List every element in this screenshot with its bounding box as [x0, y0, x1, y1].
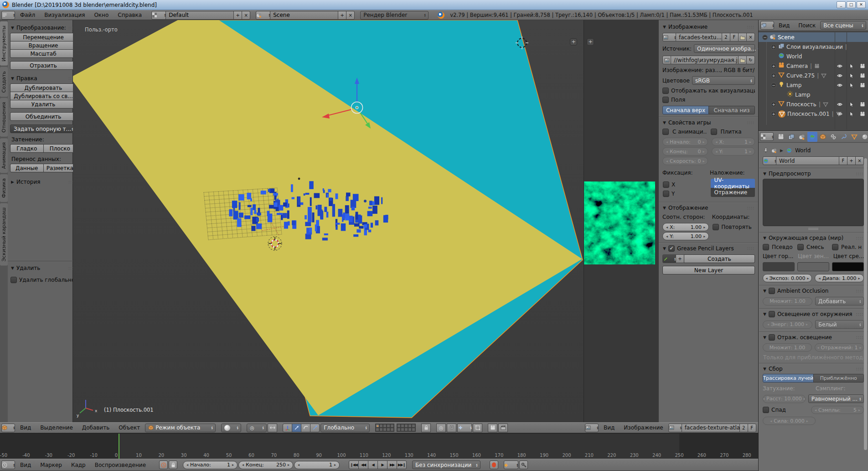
duplicate-button[interactable]: Дублировать: [10, 83, 77, 92]
filepath-icon[interactable]: [662, 56, 671, 64]
menu-window[interactable]: Окно: [90, 12, 113, 18]
use-preview-range-button[interactable]: [159, 461, 168, 469]
tab-render-layers[interactable]: [786, 132, 796, 142]
transfer-layout-button[interactable]: Разметка: [43, 164, 77, 172]
menu-help[interactable]: Справка: [114, 12, 146, 18]
jump-to-end-button[interactable]: ▶▶❙: [397, 461, 407, 469]
image-datablock-users[interactable]: 2: [739, 424, 748, 432]
expand-icon[interactable]: −: [771, 83, 776, 88]
play-reverse-button[interactable]: ◀: [368, 461, 378, 469]
vp-menu-object[interactable]: Объект: [114, 424, 144, 431]
delete-scene-button[interactable]: ×: [346, 11, 355, 20]
uv-image-editor[interactable]: + ▼Изображение:::: ▴▾ facades-textu... 2…: [584, 20, 758, 422]
tab-animation[interactable]: Анимация: [0, 138, 8, 173]
maximize-button[interactable]: □: [847, 1, 856, 8]
clamp-y-checkbox[interactable]: [663, 191, 669, 197]
browse-file-button[interactable]: [738, 56, 747, 64]
next-keyframe-button[interactable]: ▶▶: [387, 461, 397, 469]
viewport-3d[interactable]: x y Польз.-орто (1) Плоскость.001 +: [73, 20, 584, 422]
tiles-y-field[interactable]: ◂Y:1▸: [712, 147, 755, 155]
shade-flat-button[interactable]: Плоско: [43, 144, 77, 153]
delete-globally-checkbox[interactable]: [10, 277, 17, 283]
region-plus-icon-2[interactable]: +: [587, 38, 594, 46]
img-menu-view[interactable]: Вид: [599, 424, 619, 431]
samples-field[interactable]: ◂Сэмплы:5▸: [811, 406, 864, 414]
scale-manipulator-button[interactable]: [310, 424, 320, 432]
indirect-bounces-field[interactable]: ◂Отражений: 1▸: [815, 343, 864, 352]
tab-grease-pencil[interactable]: Эскизный карандаш: [0, 203, 8, 266]
outliner-row-слои-визуализации[interactable]: +Слои визуализации|: [759, 42, 868, 52]
ao-checkbox[interactable]: [769, 288, 775, 294]
keying-set-dropdown[interactable]: ◆▴▾: [504, 461, 518, 469]
translate-button[interactable]: Перемещение: [10, 33, 77, 41]
snap-element-dropdown[interactable]: ▴▾: [457, 424, 472, 432]
duplicate-linked-button[interactable]: Дублировать со св...: [10, 92, 77, 100]
ambient-color-swatch[interactable]: [832, 262, 864, 271]
unlink-image-button[interactable]: ×: [746, 33, 755, 41]
viewport-editor-icon[interactable]: ▴▾: [1, 424, 15, 432]
tl-menu-playback[interactable]: Воспроизведение: [91, 462, 150, 468]
aspect-y-field[interactable]: ◂Y:1.00▸: [662, 232, 709, 240]
add-scene-button[interactable]: +: [338, 11, 346, 20]
shading-dropdown[interactable]: ▴▾: [221, 424, 241, 432]
proportional-edit-button[interactable]: ◎: [436, 424, 446, 432]
properties-editor-icon[interactable]: ▴▾: [760, 132, 774, 141]
lock-to-scene-button[interactable]: [421, 424, 431, 432]
img-menu-image[interactable]: Изображение: [620, 424, 667, 431]
layers-widget-group-2[interactable]: [397, 424, 416, 432]
indirect-checkbox[interactable]: [769, 334, 775, 341]
tl-menu-marker[interactable]: Маркер: [36, 462, 66, 468]
expand-icon[interactable]: +: [771, 111, 776, 117]
panel-header-redo[interactable]: ▼Удалить::::: [11, 265, 76, 271]
screen-layout-icon[interactable]: ▴▾: [151, 11, 166, 20]
tab-data[interactable]: [849, 132, 859, 142]
env-color-dropdown[interactable]: Белый▴▾: [815, 320, 864, 329]
world-fake-user-button[interactable]: F: [839, 156, 847, 165]
aspect-x-field[interactable]: ◂X:1.00▸: [662, 223, 709, 231]
panel-header-edit[interactable]: ▼Правка::::: [11, 75, 76, 82]
tab-modifiers[interactable]: [839, 132, 849, 142]
clamp-x-checkbox[interactable]: [663, 181, 669, 188]
grease-pencil-data-icon[interactable]: ▴▾: [662, 254, 676, 263]
set-origin-button[interactable]: Задать опорную т...▴▾: [10, 124, 77, 133]
tab-physics[interactable]: Физика: [0, 174, 8, 202]
panel-header-ao[interactable]: ▼Ambient Occlusion::::: [763, 288, 863, 294]
expand-icon[interactable]: +: [771, 73, 776, 78]
translate-manipulator-button[interactable]: [292, 424, 301, 432]
outliner-row-camera[interactable]: +Camera|: [759, 61, 868, 71]
world-unlink-button[interactable]: ×: [855, 156, 864, 165]
image-editor-icon[interactable]: ▴▾: [585, 424, 599, 432]
exposure-field[interactable]: ◂Экспоз: 0.000▸: [763, 274, 812, 282]
properties-scrollbar[interactable]: [864, 158, 867, 450]
restrict-select-icon[interactable]: [848, 111, 854, 117]
anim-speed-field[interactable]: ◂Скорость:0▸: [662, 157, 708, 165]
image-datablock-fake[interactable]: F: [748, 424, 756, 432]
ao-blend-dropdown[interactable]: Добавить▴▾: [815, 297, 864, 305]
restrict-eye-icon[interactable]: [837, 102, 842, 107]
sample-method-dropdown[interactable]: Равномерный ...▴▾: [808, 394, 864, 403]
opengl-render-anim-button[interactable]: [498, 424, 508, 432]
restrict-select-icon[interactable]: [848, 73, 854, 78]
timeline-editor-icon[interactable]: ▴▾: [1, 461, 15, 469]
menu-render[interactable]: Визуализация: [40, 12, 89, 18]
gp-create-button[interactable]: Создать: [684, 254, 755, 263]
view-as-render-checkbox[interactable]: [662, 88, 669, 94]
timeline-ruler[interactable]: -50-40-30-20-100102030405060708090100110…: [0, 433, 758, 459]
record-button[interactable]: [490, 461, 498, 469]
panel-header-indirect[interactable]: ▼Отраж. освещение::::: [763, 334, 863, 341]
panel-header-display[interactable]: ▼Отображение::::: [663, 205, 754, 211]
outliner-row-lamp[interactable]: −Lamp: [759, 80, 868, 90]
restrict-eye-icon[interactable]: [837, 73, 842, 78]
anim-start-field[interactable]: ◂Начало:0▸: [662, 138, 708, 146]
transfer-data-button[interactable]: Данные: [10, 164, 44, 172]
region-plus-icon[interactable]: +: [570, 38, 577, 46]
gather-distance-field[interactable]: ◂Расст: 10.000▸: [763, 395, 806, 403]
tab-relations[interactable]: Отношения: [0, 98, 8, 137]
image-name-field[interactable]: facades-textu...: [676, 33, 722, 41]
close-button[interactable]: ✕: [857, 1, 866, 8]
manipulator-axes-icon[interactable]: [283, 424, 292, 432]
restrict-render-icon[interactable]: [860, 102, 865, 107]
real-sky-checkbox[interactable]: [832, 244, 838, 250]
outliner-row-curve.275[interactable]: +Curve.275|: [759, 71, 868, 80]
orientation-dropdown[interactable]: Глобально▴▾: [320, 424, 370, 432]
